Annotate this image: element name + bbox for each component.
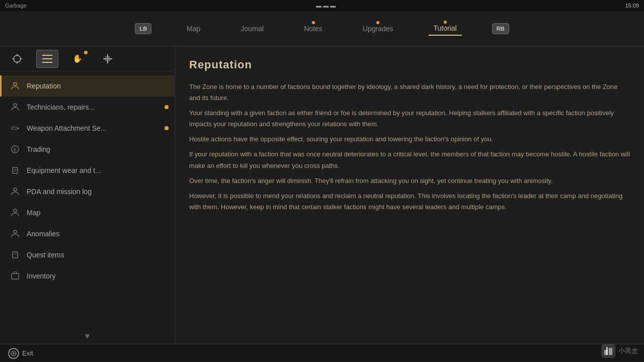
watermark-logo-icon [603, 346, 613, 356]
crosshair-icon [12, 53, 23, 64]
svg-rect-18 [13, 167, 18, 173]
anomalies-icon [10, 228, 21, 239]
svg-rect-26 [12, 274, 19, 279]
trading-icon: $ [10, 144, 21, 155]
sidebar-item-quest[interactable]: Quest items [0, 244, 175, 265]
content-area: Reputation The Zone is home to a number … [175, 46, 644, 344]
hand-dot [84, 51, 88, 54]
trading-label: Trading [27, 145, 50, 153]
content-para-2: Hostile actions have the opposite effect… [189, 134, 630, 145]
pda-icon [10, 186, 21, 197]
sidebar-item-weapon[interactable]: Weapon Attachment Se... [0, 118, 175, 139]
exit-circle-icon [8, 348, 19, 359]
watermark-text: 小黑盒 [618, 346, 638, 355]
content-para-4: Over time, the faction's anger will dimi… [189, 175, 630, 187]
inventory-icon [10, 270, 21, 282]
technicians-icon [10, 102, 21, 113]
sidebar-item-trading[interactable]: $ Trading [0, 139, 175, 160]
nav-item-map[interactable]: Map [182, 22, 205, 35]
nav-item-journal[interactable]: Journal [235, 22, 269, 35]
nav-label-map: Map [187, 25, 200, 33]
exit-button[interactable]: Exit [8, 348, 33, 359]
sidebar-item-equipment[interactable]: Equipment wear and t... [0, 160, 175, 181]
lb-button[interactable]: LB [135, 23, 151, 34]
content-para-3: If your reputation with a faction that w… [189, 149, 630, 171]
nav-label-journal: Journal [240, 25, 264, 33]
system-bar-left: Garbage [5, 3, 27, 9]
bar-decoration: ▬ ▬ ▬ [316, 3, 336, 9]
svg-point-12 [14, 104, 17, 107]
tutorial-dot [444, 21, 447, 24]
quest-icon [10, 249, 21, 260]
watermark: 小黑盒 [601, 344, 638, 358]
pda-label: PDA and mission log [27, 188, 92, 196]
main-area: ✋ Reputation [0, 46, 644, 344]
sidebar: ✋ Reputation [0, 46, 175, 344]
weapon-badge [165, 126, 169, 130]
svg-rect-7 [42, 62, 52, 63]
exit-label: Exit [22, 349, 33, 357]
technicians-label: Technicians, repairs... [27, 103, 95, 111]
system-time: 15:09 [625, 3, 639, 9]
content-para-0: The Zone is home to a number of factions… [189, 81, 630, 104]
sidebar-item-reputation[interactable]: Reputation [0, 75, 175, 97]
svg-point-11 [14, 82, 17, 85]
anomalies-label: Anomalies [27, 230, 59, 238]
content-para-1: Your standing with a given faction as ei… [189, 108, 630, 130]
crosshair-icon-btn[interactable] [6, 50, 28, 68]
svg-rect-5 [42, 55, 52, 56]
sidebar-item-inventory[interactable]: Inventory [0, 265, 175, 287]
rb-button[interactable]: RB [492, 23, 509, 34]
bottom-bar: Exit [0, 344, 644, 362]
sidebar-item-pda[interactable]: PDA and mission log [0, 181, 175, 202]
notes-dot [312, 21, 315, 24]
quest-label: Quest items [27, 251, 64, 259]
technicians-badge [165, 105, 169, 109]
weapon-icon [10, 123, 21, 134]
system-bar-right: 15:09 [625, 3, 639, 9]
svg-rect-31 [609, 348, 612, 355]
inventory-label: Inventory [27, 272, 56, 280]
scroll-down-indicator: ▼ [0, 329, 175, 344]
plus-icon-btn[interactable] [97, 50, 119, 68]
nav-item-notes[interactable]: Notes [299, 22, 328, 35]
map-label: Map [27, 209, 40, 217]
sidebar-icon-bar: ✋ [0, 46, 175, 71]
content-title: Reputation [189, 58, 630, 71]
svg-rect-13 [12, 127, 18, 129]
hand-icon-btn[interactable]: ✋ [66, 50, 89, 68]
scroll-down-arrow: ▼ [84, 332, 92, 341]
reputation-label: Reputation [27, 82, 61, 90]
weapon-label: Weapon Attachment Se... [27, 124, 107, 132]
system-bar: Garbage ▬ ▬ ▬ 15:09 [0, 0, 644, 11]
svg-rect-32 [606, 347, 608, 355]
list-icon [42, 55, 52, 63]
exit-icon [11, 350, 17, 356]
svg-point-22 [14, 209, 17, 212]
sidebar-items-list: Reputation Technicians, repairs... [0, 71, 175, 329]
nav-item-upgrades[interactable]: Upgrades [358, 22, 398, 35]
svg-point-0 [14, 55, 21, 62]
map-icon [10, 207, 21, 218]
nav-item-tutorial[interactable]: Tutorial [429, 22, 462, 36]
svg-rect-9 [103, 58, 112, 59]
upgrades-dot [376, 21, 379, 24]
nav-bar: LB Map Journal Notes Upgrades Tutorial R… [0, 11, 644, 46]
watermark-icon [601, 344, 615, 358]
nav-label-upgrades: Upgrades [363, 25, 393, 33]
list-icon-btn[interactable] [36, 50, 58, 68]
svg-rect-14 [18, 128, 19, 129]
sidebar-item-map[interactable]: Map [0, 202, 175, 223]
system-bar-center: ▬ ▬ ▬ [316, 3, 336, 9]
svg-rect-24 [13, 252, 18, 258]
content-body: The Zone is home to a number of factions… [189, 81, 630, 213]
hand-icon: ✋ [72, 54, 83, 63]
plus-icon [103, 54, 112, 63]
nav-label-notes: Notes [304, 25, 323, 33]
content-para-5: However, it is possible to mend your rel… [189, 191, 630, 213]
nav-label-tutorial: Tutorial [434, 24, 457, 32]
equipment-icon [10, 165, 21, 176]
sidebar-item-anomalies[interactable]: Anomalies [0, 223, 175, 244]
sidebar-item-technicians[interactable]: Technicians, repairs... [0, 97, 175, 118]
app-name: Garbage [5, 3, 27, 9]
